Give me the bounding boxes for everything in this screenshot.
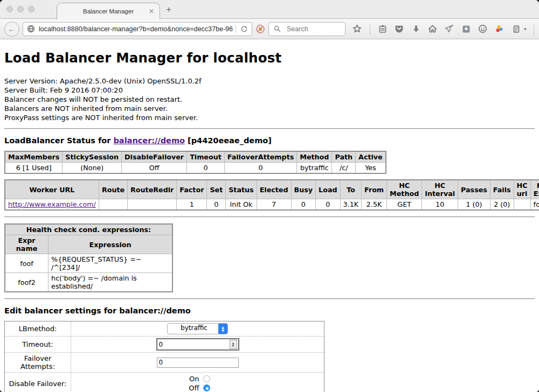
timeout-field-wrap: ▲▼ [156,338,239,351]
column-header: HC Expr [530,180,539,199]
page-content: Load Balancer Manager for localhost Serv… [0,39,539,392]
search-bar[interactable] [268,22,345,36]
failover-on-option: On [73,374,322,383]
pocket-icon[interactable] [394,24,405,34]
column-header: Timeout [187,151,225,163]
container-extension-icon[interactable] [511,24,522,34]
table-cell: 6 [1 Used] [5,163,63,174]
form-field-cell [71,353,324,373]
lbmethod-label: LBmethod: [5,321,71,337]
home-icon[interactable] [427,24,438,34]
off-label: Off [185,383,199,392]
chat-smiley-icon[interactable] [478,24,488,34]
worker-url-link[interactable]: http://www.example.com/ [8,200,96,208]
send-tab-icon[interactable] [444,24,455,34]
table-cell: 3.1K [340,199,362,211]
failover-attempts-label: Failover Attempts: [5,353,71,373]
select-arrows-icon: ▲▼ [218,324,227,334]
column-header: Expr name [5,235,49,254]
table-cell: 0 [187,163,225,174]
search-icon [272,24,283,34]
number-stepper[interactable]: ▲▼ [230,340,237,349]
form-row: Timeout: ▲▼ [5,337,324,353]
edit-balancer-heading: Edit balancer settings for balancer://de… [4,306,535,315]
column-header: Load [316,180,340,199]
column-header: Path [332,151,356,163]
form-row: LBmethod: bytraffic ▲▼ [5,321,324,337]
table-cell: foof [5,254,49,273]
bookmarks-clipboard-icon[interactable] [377,24,388,34]
form-field-cell: On Off [71,373,324,392]
table-header-row: Worker URL Route RouteRedir Factor Set S… [5,180,539,199]
url-text[interactable]: localhost:8880/balancer-manager?b=demo&n… [39,25,233,33]
table-cell: bytraffic [297,163,332,174]
lbmethod-selected-value: bytraffic [168,324,218,334]
persist-notice-line: Balancer changes will NOT be persisted o… [4,95,535,104]
balancer-settings-form: LBmethod: bytraffic ▲▼ Timeout: ▲▼ [4,321,324,392]
divider [4,128,535,129]
minimize-window-button[interactable] [17,6,24,12]
worker-status-table: Worker URL Route RouteRedir Factor Set S… [4,179,539,211]
table-cell [128,199,177,211]
table-row: foof2 hc('body') =~ /domain is establish… [5,273,172,292]
column-header: From [362,180,387,199]
status-heading-suffix: [p4420eeae_demo] [185,136,272,145]
table-cell: 2 (0) [490,199,514,211]
table-cell: 0 [207,199,226,211]
table-cell: 1 [177,199,207,211]
tab-close-icon[interactable]: ✕ [149,8,154,15]
column-header: Elected [257,180,291,199]
close-window-button[interactable] [6,6,13,12]
address-bar[interactable]: localhost:8880/balancer-manager?b=demo&n… [23,22,252,36]
column-header: DisableFailover [122,151,187,163]
column-header: MaxMembers [5,151,63,163]
column-header: RouteRedir [128,180,177,199]
failover-attempts-input[interactable] [157,358,239,368]
column-header: HC Interval [422,180,458,199]
divider [4,216,535,218]
column-header: To [340,180,362,199]
health-check-table: Health check cond. expressions: Expr nam… [4,223,173,292]
page-title: Load Balancer Manager for localhost [4,50,535,66]
form-field-cell: ▲▼ [71,337,324,353]
failover-off-radio[interactable] [203,384,210,391]
table-cell: 0 [316,199,340,211]
downloads-icon[interactable] [411,24,421,34]
inherit-notice-line: Balancers are NOT inherited from main se… [4,104,535,113]
search-input[interactable] [286,25,342,33]
zoom-window-button[interactable] [28,6,34,12]
table-cell: 2.5K [362,199,387,211]
column-header: Route [99,180,127,199]
table-row: foof %{REQUEST_STATUS} =~ /^[234]/ [5,254,172,273]
timeout-input[interactable] [157,341,230,348]
title-bar: Balancer Manager ✕ + [0,0,539,19]
adblock-disabled-icon[interactable] [255,24,265,34]
proxypass-notice-line: ProxyPass settings are NOT inherited fro… [4,113,535,122]
balancer-demo-link[interactable]: balancer://demo [113,136,185,145]
tab-balancer-manager[interactable]: Balancer Manager ✕ [57,3,160,19]
globe-icon [25,24,36,34]
status-heading-prefix: LoadBalancer Status for [4,136,113,145]
table-cell [514,199,530,211]
column-header: HC uri [514,180,530,199]
column-header: Active [356,151,386,163]
reload-icon[interactable] [239,24,250,34]
loadbalancer-status-heading: LoadBalancer Status for balancer://demo … [4,136,535,145]
window-controls [6,6,34,12]
lbmethod-select[interactable]: bytraffic ▲▼ [167,323,228,334]
divider [4,298,535,299]
table-cell: 7 [257,199,291,211]
color-dots-extension-icon[interactable] [494,24,505,34]
new-tab-button[interactable]: + [166,4,171,15]
save-to-box-icon[interactable] [461,24,472,34]
table-cell: (None) [63,163,122,174]
column-header: Worker URL [5,180,99,199]
divider [534,24,534,34]
table-header-row: MaxMembers StickySession DisableFailover… [5,151,386,163]
failover-on-radio[interactable] [203,375,210,382]
back-button[interactable]: ← [4,22,19,37]
table-cell: %{REQUEST_STATUS} =~ /^[234]/ [49,254,172,273]
column-header: Busy [291,180,316,199]
bookmark-star-icon[interactable] [352,24,363,34]
chevron-down-icon[interactable]: ▾ [524,26,527,32]
